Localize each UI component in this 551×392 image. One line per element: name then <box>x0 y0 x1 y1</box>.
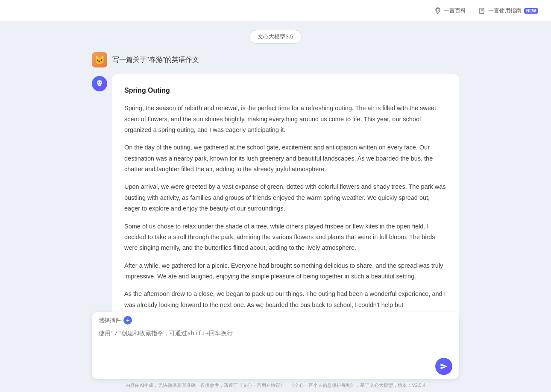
ai-avatar <box>92 76 107 91</box>
essay-paragraph-3: Upon arrival, we were greeted by a vast … <box>124 181 447 214</box>
essay-paragraph-1: Spring, the season of rebirth and renewa… <box>124 103 447 135</box>
user-message: 🐱 写一篇关于"春游"的英语作文 <box>92 52 459 67</box>
disclaimer-text: 内容由AI生成，无法确保真实准确，仅供参考，请遵守《文心一言用户协议》、《文心一… <box>126 383 425 388</box>
ai-logo-icon <box>95 79 104 88</box>
yiyan-guide-nav[interactable]: 一言使用指南 NEW <box>479 7 538 15</box>
svg-point-2 <box>98 82 99 83</box>
svg-point-3 <box>100 82 101 83</box>
plugin-row: 选择插件 + <box>99 316 452 325</box>
input-footer <box>99 358 452 375</box>
input-area: 选择插件 + <box>92 312 459 379</box>
send-button[interactable] <box>435 358 452 375</box>
user-question-text: 写一篇关于"春游"的英语作文 <box>112 56 199 64</box>
plugin-add-button[interactable]: + <box>123 316 132 325</box>
main-area: 文心大模型3.5 🐱 写一篇关于"春游"的英语作文 Spring Outing … <box>0 21 551 392</box>
book-icon <box>479 7 486 14</box>
model-badge: 文心大模型3.5 <box>249 30 301 44</box>
essay-paragraph-4: Some of us chose to relax under the shad… <box>124 221 447 254</box>
ai-response: Spring Outing Spring, the season of rebi… <box>92 74 459 318</box>
footer-disclaimer: 内容由AI生成，无法确保真实准确，仅供参考，请遵守《文心一言用户协议》、《文心一… <box>126 382 425 389</box>
new-badge: NEW <box>524 8 538 14</box>
ai-content-box: Spring Outing Spring, the season of rebi… <box>112 74 459 318</box>
location-icon <box>434 7 441 14</box>
essay-paragraph-2: On the day of the outing, we gathered at… <box>124 142 447 175</box>
top-navigation: 一言百科 一言使用指南 NEW <box>0 0 551 21</box>
plugin-label: 选择插件 <box>99 316 121 324</box>
essay-paragraph-5: After a while, we gathered for a picnic.… <box>124 260 447 282</box>
svg-point-0 <box>437 9 439 11</box>
user-avatar: 🐱 <box>92 52 107 67</box>
yiyan-guide-label: 一言使用指南 <box>488 7 522 15</box>
essay-title: Spring Outing <box>124 85 447 96</box>
essay-paragraph-6: As the afternoon drew to a close, we beg… <box>124 289 447 310</box>
yiyan-baike-nav[interactable]: 一言百科 <box>434 7 466 15</box>
chat-input[interactable] <box>99 328 452 354</box>
yiyan-baike-label: 一言百科 <box>444 7 466 15</box>
send-icon <box>440 363 448 370</box>
